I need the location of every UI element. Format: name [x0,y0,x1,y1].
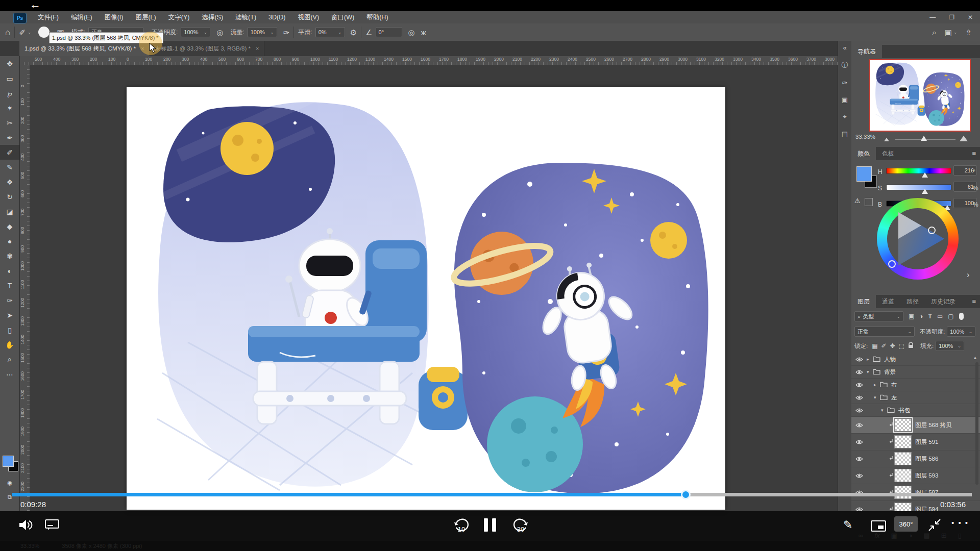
color-panel-menu-icon[interactable]: ≡ [972,147,976,160]
menu-item-6[interactable]: 滤镜(T) [229,11,262,23]
menu-item-2[interactable]: 图像(I) [99,11,130,23]
layer-row[interactable]: 图层 593 [851,467,980,484]
gamut-warning-icon[interactable]: ⚠ [854,197,861,205]
menu-item-5[interactable]: 选择(S) [195,11,229,23]
layer-group-row[interactable]: ▸人物 [851,353,980,366]
rotate-360-button[interactable]: 360° [894,516,918,532]
eraser-tool[interactable]: ◪ [0,204,19,219]
gradient-tool[interactable]: ◆ [0,219,19,234]
group-caret-icon[interactable]: ▾ [867,369,873,374]
group-caret-icon[interactable]: ▸ [867,357,873,362]
group-caret-icon[interactable]: ▾ [881,408,887,413]
saturation-slider-thumb[interactable] [922,189,928,194]
wheel-hue-picker[interactable] [888,260,896,268]
blur-tool[interactable]: ● [0,234,19,248]
filter-smart-objects-icon[interactable]: ▢ [948,313,953,319]
layer-name[interactable]: 图层 593 [915,472,938,480]
lock-position-icon[interactable]: ✥ [890,342,895,349]
layer-visibility-eye-icon[interactable] [851,422,867,428]
zoom-in-icon[interactable] [960,136,968,141]
annotate-button[interactable]: ✎ [843,518,852,532]
layer-name[interactable]: 图层 591 [915,438,938,446]
pressure-size-icon[interactable]: ◎ [408,29,415,36]
color-wheel-triangle[interactable] [887,208,948,269]
layer-list-scroll-up-icon[interactable]: ▲ [973,355,977,360]
gamut-color-chip[interactable] [865,198,873,206]
layer-thumbnail[interactable] [894,452,912,465]
pressure-opacity-icon[interactable]: ◎ [216,29,223,36]
adjustments-panel-icon[interactable]: ⌖ [843,113,846,121]
lasso-tool[interactable]: ℘ [0,86,19,101]
document-tab-2[interactable]: 未标题-1 @ 33.3% (图层 3, RGB/8) *× [150,41,265,56]
player-progress-track[interactable] [12,493,972,496]
lock-all-icon[interactable] [908,342,914,350]
type-tool[interactable]: T [0,278,19,293]
layer-group-row[interactable]: ▸右 [851,379,980,391]
brush-tool[interactable]: ✐ [0,145,19,160]
tab-swatches[interactable]: 色板 [876,147,900,160]
layer-filter-toggle[interactable] [959,313,964,320]
symmetry-icon[interactable]: ж [421,29,426,36]
layer-row[interactable]: 图层 586 [851,450,980,467]
airbrush-icon[interactable]: ✑ [283,29,290,36]
filter-type-layers-icon[interactable]: T [928,313,932,319]
workspace-chevron-icon[interactable]: ⌄ [953,30,958,35]
smoothing-gear-icon[interactable]: ⚙ [350,29,357,36]
layer-group-row[interactable]: ▾背景 [851,366,980,379]
fill-select[interactable]: 100%⌄ [936,341,964,351]
layer-visibility-eye-icon[interactable] [851,473,867,479]
layer-name[interactable]: 左 [891,394,897,402]
layer-visibility-eye-icon[interactable] [851,369,867,375]
group-caret-icon[interactable]: ▾ [874,395,880,400]
layer-visibility-eye-icon[interactable] [851,395,867,400]
lock-transparency-icon[interactable]: ▦ [872,342,877,349]
layer-thumbnail[interactable] [894,418,912,432]
crop-tool[interactable]: ✂ [0,115,19,130]
layer-name[interactable]: 背景 [884,368,896,376]
brush-preset-chevron-icon[interactable]: ⌄ [28,30,32,35]
search-icon[interactable]: ⌕ [932,29,936,36]
collapse-panels-icon[interactable]: « [843,44,846,52]
tab-channels[interactable]: 通道 [876,295,900,308]
layer-visibility-eye-icon[interactable] [851,408,867,413]
tab-layers[interactable]: 图层 [851,295,876,308]
brush-preset-icon[interactable]: ✐ [19,29,26,36]
menu-item-8[interactable]: 视图(V) [291,11,325,23]
layer-name[interactable]: 图层 586 [915,455,938,463]
close-button[interactable]: ✕ [968,14,973,21]
pen-tool[interactable]: ✑ [0,293,19,308]
lock-artboard-icon[interactable]: ⬚ [899,342,904,349]
restore-button[interactable]: ❐ [949,14,954,21]
layer-row[interactable]: 图层 568 拷贝 [851,417,980,434]
layer-name[interactable]: 右 [891,381,897,389]
navigator-zoom-slider-thumb[interactable] [921,136,927,141]
navigator-zoom-value[interactable]: 33.33% [855,134,875,140]
tab-navigator[interactable]: 导航器 [851,45,882,58]
tab-history[interactable]: 历史记录 [925,295,962,308]
quick-mask-button[interactable]: ◉ [0,475,19,490]
menu-item-0[interactable]: 文件(F) [32,11,65,23]
saturation-slider[interactable] [886,184,951,190]
filter-adjustment-layers-icon[interactable]: ◑ [919,313,923,319]
angle-input[interactable]: 0° [376,27,402,37]
layer-filter-type-select[interactable]: ⌕ 类型⌄ [854,311,903,321]
dodge-tool[interactable]: ◐ [0,263,19,278]
group-caret-icon[interactable]: ▸ [874,382,880,387]
skip-back-10-button[interactable]: 10 [452,517,471,535]
layer-thumbnail[interactable] [894,435,912,448]
menu-item-1[interactable]: 编辑(E) [65,11,99,23]
foreground-color-chip[interactable] [856,166,872,182]
tab-close-icon[interactable]: × [256,45,259,52]
artboard[interactable] [127,87,725,510]
layers-panel-menu-icon[interactable]: ≡ [972,295,976,308]
path-selection-tool[interactable]: ➤ [0,308,19,322]
more-tools[interactable]: ⋯ [0,367,19,382]
history-brush-tool[interactable]: ↻ [0,189,19,204]
layer-row[interactable]: 图层 591 [851,434,980,450]
opacity-select[interactable]: 100%⌄ [181,27,210,37]
pip-button[interactable] [871,520,886,532]
filter-shape-layers-icon[interactable]: ▭ [937,313,943,319]
menu-item-3[interactable]: 图层(L) [129,11,162,23]
skip-forward-30-button[interactable]: 30 [511,517,530,535]
hue-slider-thumb[interactable] [922,172,928,178]
